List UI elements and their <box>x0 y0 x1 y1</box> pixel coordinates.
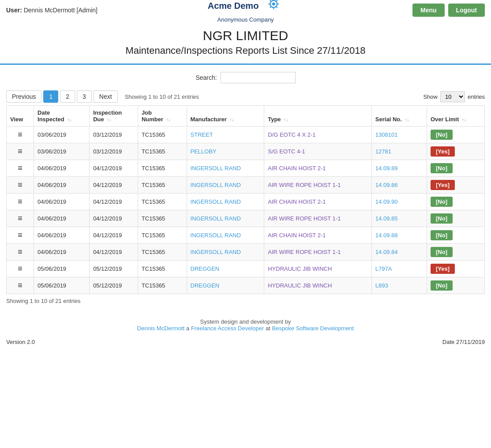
developer-link[interactable]: Dennis McDermott <box>137 325 185 332</box>
cell-job-number: TC15365 <box>138 210 187 227</box>
cell-inspection-due: 05/12/2019 <box>90 277 138 294</box>
cell-date-inspected: 04/06/2019 <box>34 177 90 194</box>
table-body: ≡03/06/201903/12/2019TC15365STREETD/G EO… <box>7 127 485 294</box>
footer-credits: Dennis McDermott a Freelance Access Deve… <box>0 325 491 332</box>
company-title: NGR LIMITED <box>0 28 491 43</box>
cell-inspection-due: 04/12/2019 <box>90 227 138 244</box>
cell-type: HYDRAULIC JIB WINCH <box>264 261 372 277</box>
cell-job-number: TC15365 <box>138 261 187 277</box>
search-input[interactable] <box>221 72 296 83</box>
cell-type: AIR WIRE ROPE HOIST 1-1 <box>264 177 372 194</box>
cell-over-limit: [Yes] <box>427 261 485 277</box>
freelance-link[interactable]: Freelance Access Developer <box>191 325 264 332</box>
page-subtitle: Maintenance/Inspections Reports List Sin… <box>0 45 491 56</box>
over-limit-badge: [Yes] <box>431 180 455 190</box>
over-limit-badge: [No] <box>431 230 453 240</box>
cell-over-limit: [Yes] <box>427 177 485 194</box>
cell-view[interactable]: ≡ <box>7 261 34 277</box>
cell-view[interactable]: ≡ <box>7 277 34 294</box>
logo-gear-icon <box>264 0 283 16</box>
company-link[interactable]: Bespoke Software Development <box>272 325 354 332</box>
page-button-2[interactable]: 2 <box>60 90 75 103</box>
table-row: ≡05/06/201905/12/2019TC15365DREGGENHYDRA… <box>7 261 485 277</box>
logout-button[interactable]: Logout <box>448 4 485 17</box>
over-limit-badge: [No] <box>431 247 453 257</box>
col-view: View <box>7 106 34 127</box>
col-manufacturer[interactable]: Manufacturer ↑↓ <box>187 106 264 127</box>
cell-view[interactable]: ≡ <box>7 160 34 177</box>
table-row: ≡05/06/201905/12/2019TC15365DREGGENHYDRA… <box>7 277 485 294</box>
user-info: User: Dennis McDermott [Admin] <box>6 7 97 14</box>
cell-inspection-due: 03/12/2019 <box>90 127 138 143</box>
page-button-3[interactable]: 3 <box>77 90 92 103</box>
footer: System design and development by Dennis … <box>0 308 491 336</box>
cell-manufacturer: INGERSOLL RAND <box>187 244 264 261</box>
search-label: Search: <box>195 74 217 81</box>
cell-inspection-due: 04/12/2019 <box>90 194 138 210</box>
cell-serial-no: 1308101 <box>371 127 427 143</box>
table-row: ≡04/06/201904/12/2019TC15365INGERSOLL RA… <box>7 160 485 177</box>
cell-view[interactable]: ≡ <box>7 177 34 194</box>
previous-button[interactable]: Previous <box>6 90 41 103</box>
cell-date-inspected: 04/06/2019 <box>34 160 90 177</box>
table-row: ≡04/06/201904/12/2019TC15365INGERSOLL RA… <box>7 210 485 227</box>
main-table: View DateInspected ↑↓ InspectionDue ↑↓ J… <box>6 105 485 294</box>
cell-manufacturer: INGERSOLL RAND <box>187 177 264 194</box>
bottom-showing: Showing 1 to 10 of 21 entries <box>0 294 491 308</box>
over-limit-badge: [Yes] <box>431 264 455 274</box>
cell-manufacturer: INGERSOLL RAND <box>187 210 264 227</box>
cell-date-inspected: 04/06/2019 <box>34 194 90 210</box>
table-container: View DateInspected ↑↓ InspectionDue ↑↓ J… <box>0 105 491 294</box>
col-job-number[interactable]: JobNumber ↑↓ <box>138 106 187 127</box>
cell-date-inspected: 05/06/2019 <box>34 261 90 277</box>
cell-date-inspected: 05/06/2019 <box>34 277 90 294</box>
table-row: ≡04/06/201904/12/2019TC15365INGERSOLL RA… <box>7 227 485 244</box>
cell-over-limit: [No] <box>427 227 485 244</box>
cell-serial-no: L893 <box>371 277 427 294</box>
table-row: ≡03/06/201903/12/2019TC15365STREETD/G EO… <box>7 127 485 143</box>
cell-over-limit: [No] <box>427 277 485 294</box>
cell-view[interactable]: ≡ <box>7 143 34 160</box>
cell-manufacturer: DREGGEN <box>187 277 264 294</box>
cell-view[interactable]: ≡ <box>7 210 34 227</box>
cell-serial-no: 14.09.86 <box>371 177 427 194</box>
page-button-1[interactable]: 1 <box>43 90 58 103</box>
cell-view[interactable]: ≡ <box>7 127 34 143</box>
cell-over-limit: [No] <box>427 244 485 261</box>
show-entries: Show 10 25 50 100 entries <box>423 91 485 102</box>
col-serial-no[interactable]: Serial No. ↑↓ <box>371 106 427 127</box>
over-limit-badge: [No] <box>431 280 453 291</box>
cell-inspection-due: 03/12/2019 <box>90 143 138 160</box>
cell-job-number: TC15365 <box>138 227 187 244</box>
logo-line2: Anonymous Company <box>217 16 274 23</box>
cell-view[interactable]: ≡ <box>7 244 34 261</box>
top-bar: User: Dennis McDermott [Admin] Acme Demo… <box>0 0 491 20</box>
col-over-limit[interactable]: Over Limit ↑↓ <box>427 106 485 127</box>
cell-over-limit: [No] <box>427 210 485 227</box>
cell-view[interactable]: ≡ <box>7 194 34 210</box>
entries-select[interactable]: 10 25 50 100 <box>440 91 465 102</box>
cell-date-inspected: 04/06/2019 <box>34 244 90 261</box>
cell-type: AIR CHAIN HOIST 2-1 <box>264 227 372 244</box>
logo-line1: Acme Demo <box>208 1 259 11</box>
top-buttons: Menu Logout <box>412 4 485 17</box>
cell-view[interactable]: ≡ <box>7 227 34 244</box>
cell-job-number: TC15365 <box>138 194 187 210</box>
cell-serial-no: 14.09.88 <box>371 227 427 244</box>
col-date-inspected[interactable]: DateInspected ↑↓ <box>34 106 90 127</box>
table-row: ≡04/06/201904/12/2019TC15365INGERSOLL RA… <box>7 244 485 261</box>
cell-date-inspected: 03/06/2019 <box>34 127 90 143</box>
cell-date-inspected: 03/06/2019 <box>34 143 90 160</box>
pagination-controls: Previous 1 2 3 Next Showing 1 to 10 of 2… <box>6 90 199 103</box>
next-button[interactable]: Next <box>94 90 118 103</box>
cell-date-inspected: 04/06/2019 <box>34 227 90 244</box>
cell-serial-no: 14.09.90 <box>371 194 427 210</box>
col-type[interactable]: Type ↑↓ <box>264 106 372 127</box>
col-inspection-due[interactable]: InspectionDue ↑↓ <box>90 106 138 127</box>
svg-point-1 <box>272 2 275 5</box>
cell-inspection-due: 04/12/2019 <box>90 244 138 261</box>
footer-system-text: System design and development by <box>0 318 491 325</box>
cell-inspection-due: 04/12/2019 <box>90 160 138 177</box>
cell-serial-no: L797A <box>371 261 427 277</box>
menu-button[interactable]: Menu <box>412 4 445 17</box>
